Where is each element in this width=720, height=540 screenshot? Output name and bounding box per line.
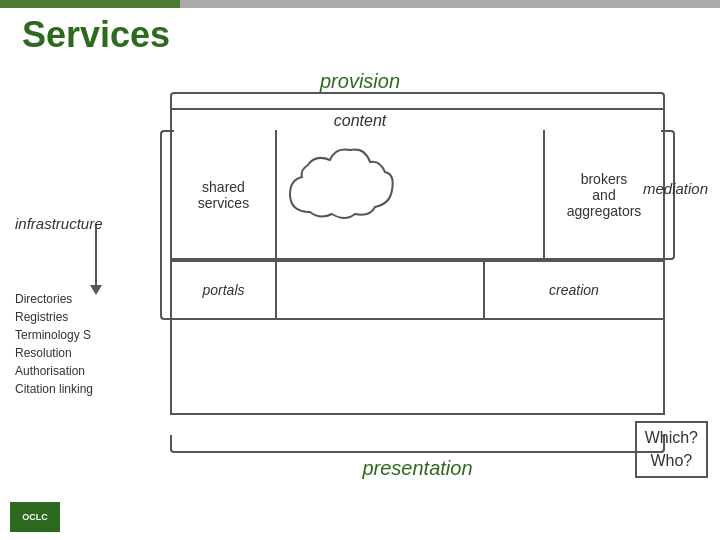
directory-item-6: Citation linking [15,380,93,398]
presentation-label: presentation [170,457,665,480]
cloud-shape [280,132,400,232]
portals-label: portals [202,282,244,298]
top-bar [0,0,720,8]
diagram: provision content sharedservices brokers… [10,60,710,510]
who-label: Who? [645,450,698,472]
provision-label: provision [320,70,400,93]
directory-item-2: Registries [15,308,93,326]
presentation-section: presentation [170,435,665,480]
oclc-logo: OCLC [10,502,60,532]
which-who-box: Which? Who? [635,421,708,478]
page-title: Services [22,14,170,56]
creation-box: creation [483,260,663,320]
shared-services-label: sharedservices [198,179,249,211]
mediation-label: mediation [643,180,708,197]
arrow-line [95,225,97,285]
directory-item-3: Terminology S [15,326,93,344]
infrastructure-arrow [90,225,102,295]
directory-item-1: Directories [15,290,93,308]
presentation-brace [170,435,665,453]
directory-item-4: Resolution [15,344,93,362]
brokers-label: brokersandaggregators [567,171,642,219]
creation-label: creation [549,282,599,298]
top-bar-green [0,0,180,8]
oclc-label: OCLC [22,512,48,522]
shared-services-box: sharedservices [172,130,277,260]
directories-list: Directories Registries Terminology S Res… [15,290,93,398]
top-bar-gray [180,0,720,8]
content-label: content [334,112,386,130]
portals-box: portals [172,260,277,320]
which-label: Which? [645,427,698,449]
infrastructure-brace [160,130,174,320]
directory-item-5: Authorisation [15,362,93,380]
